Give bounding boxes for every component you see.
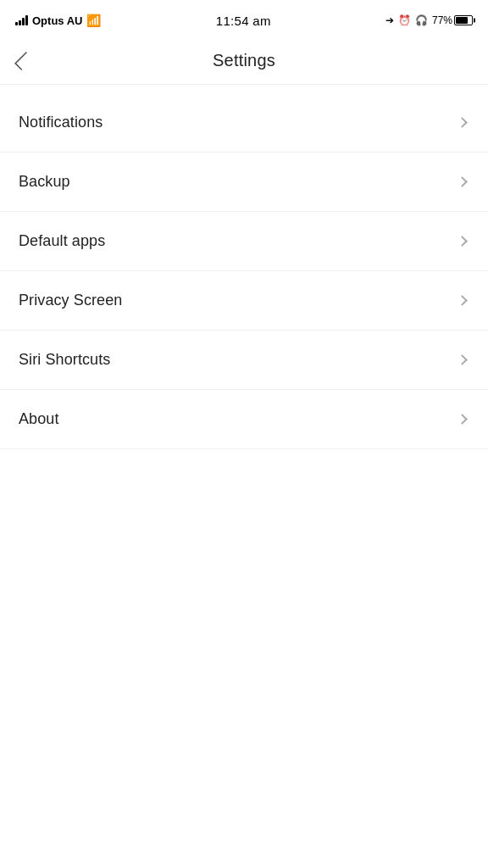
settings-item-label-backup: Backup bbox=[19, 173, 70, 191]
page-title: Settings bbox=[213, 51, 275, 70]
settings-item-label-privacy-screen: Privacy Screen bbox=[19, 292, 122, 309]
chevron-right-icon-siri-shortcuts bbox=[457, 354, 468, 365]
chevron-right-icon-notifications bbox=[457, 117, 468, 128]
settings-item-label-default-apps: Default apps bbox=[19, 232, 105, 250]
settings-item-privacy-screen[interactable]: Privacy Screen bbox=[0, 271, 488, 331]
settings-list: NotificationsBackupDefault appsPrivacy S… bbox=[0, 85, 488, 458]
settings-item-label-about: About bbox=[19, 410, 59, 428]
settings-item-label-siri-shortcuts: Siri Shortcuts bbox=[19, 351, 110, 369]
carrier-name: Optus AU bbox=[32, 14, 82, 27]
status-time: 11:54 am bbox=[216, 14, 271, 28]
battery-percent: 77% bbox=[432, 14, 452, 26]
battery-fill bbox=[456, 17, 468, 24]
battery-container: 77% bbox=[432, 14, 473, 26]
settings-item-about[interactable]: About bbox=[0, 390, 488, 449]
settings-item-label-notifications: Notifications bbox=[19, 114, 103, 131]
chevron-right-icon-privacy-screen bbox=[457, 295, 468, 306]
wifi-icon: 📶 bbox=[86, 14, 101, 27]
nav-header: Settings bbox=[0, 37, 488, 85]
status-left: Optus AU 📶 bbox=[15, 14, 101, 27]
settings-item-siri-shortcuts[interactable]: Siri Shortcuts bbox=[0, 331, 488, 390]
location-icon: ➔ bbox=[385, 14, 394, 26]
battery-icon bbox=[454, 15, 473, 25]
chevron-right-icon-about bbox=[457, 414, 468, 425]
back-chevron-icon bbox=[14, 51, 34, 70]
status-right: ➔ ⏰ 🎧 77% bbox=[385, 14, 473, 26]
signal-icon bbox=[15, 15, 28, 25]
status-bar: Optus AU 📶 11:54 am ➔ ⏰ 🎧 77% bbox=[0, 0, 488, 37]
settings-item-default-apps[interactable]: Default apps bbox=[0, 212, 488, 271]
settings-item-backup[interactable]: Backup bbox=[0, 153, 488, 212]
chevron-right-icon-default-apps bbox=[457, 236, 468, 247]
headphone-icon: 🎧 bbox=[415, 14, 428, 26]
alarm-icon: ⏰ bbox=[398, 14, 411, 26]
back-button[interactable] bbox=[14, 47, 34, 75]
chevron-right-icon-backup bbox=[457, 176, 468, 187]
settings-item-notifications[interactable]: Notifications bbox=[0, 93, 488, 153]
